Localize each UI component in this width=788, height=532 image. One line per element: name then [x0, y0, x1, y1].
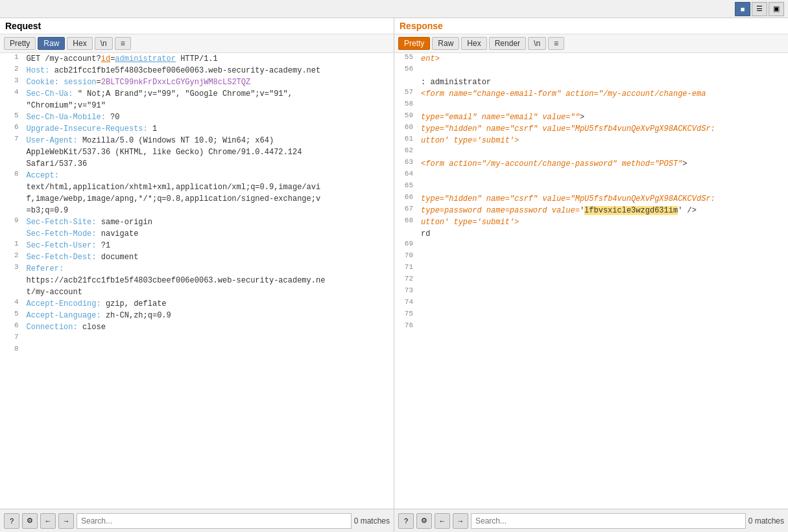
response-line-69: 69 [394, 240, 788, 251]
request-line-8: 8 Accept: text/html,application/xhtml+xm… [0, 170, 394, 216]
response-code-area[interactable]: 55 ent> 56 : administrator 57 <form name… [394, 53, 788, 509]
request-search-input[interactable] [77, 513, 352, 529]
response-search-input[interactable] [471, 513, 746, 529]
request-line-14: 4 Accept-Encoding: gzip, deflate [0, 298, 394, 310]
response-line-admin: : administrator [394, 76, 788, 88]
response-line-70: 70 [394, 251, 788, 263]
request-settings-btn[interactable]: ⚙ [22, 513, 38, 529]
request-line-17: 7 [0, 333, 394, 345]
request-lines: 1 GET /my-account?id=administrator HTTP/… [0, 53, 394, 356]
response-pretty-btn[interactable]: Pretty [398, 37, 430, 50]
response-line-58: 58 [394, 100, 788, 111]
top-toolbar: ■ ☰ ▣ [0, 0, 788, 18]
response-line-66: 66 type="hidden" name="csrf" value="MpU5… [394, 193, 788, 205]
request-line-5: 5 Sec-Ch-Ua-Mobile: ?0 [0, 111, 394, 123]
grid-view-button[interactable]: ■ [735, 2, 750, 16]
response-line-59: 59 type="email" name="email" value=""> [394, 111, 788, 123]
request-help-btn[interactable]: ? [4, 513, 19, 529]
response-line-73: 73 [394, 286, 788, 298]
response-raw-btn[interactable]: Raw [432, 37, 459, 50]
response-line-68: 68 utton' type='submit'> [394, 216, 788, 228]
request-line-4: 4 Sec-Ch-Ua: " Not;A Brand";v="99", "Goo… [0, 88, 394, 111]
response-bottom-bar: ? ⚙ ← → 0 matches [394, 509, 788, 532]
response-line-72: 72 [394, 275, 788, 286]
request-line-1: 1 GET /my-account?id=administrator HTTP/… [0, 53, 394, 65]
request-title: Request [0, 18, 394, 34]
response-panel: Response Pretty Raw Hex Render \n ≡ 55 e… [394, 18, 788, 532]
layout-button[interactable]: ▣ [769, 2, 784, 16]
request-prev-btn[interactable]: ← [40, 513, 56, 529]
response-match-count: 0 matches [748, 516, 784, 526]
response-title: Response [394, 18, 788, 34]
response-line-64: 64 [394, 170, 788, 181]
request-line-9: 9 Sec-Fetch-Site: same-origin [0, 216, 394, 228]
request-line-10: Sec-Fetch-Mode: navigate [0, 228, 394, 240]
request-bottom-bar: ? ⚙ ← → 0 matches [0, 509, 394, 532]
list-view-button[interactable]: ☰ [752, 2, 767, 16]
request-code-area[interactable]: 1 GET /my-account?id=administrator HTTP/… [0, 53, 394, 509]
request-line-7: 7 User-Agent: Mozilla/5.0 (Windows NT 10… [0, 135, 394, 170]
request-line-18: 8 [0, 345, 394, 356]
main-content: Request Pretty Raw Hex \n ≡ 1 GET /my-ac… [0, 18, 788, 532]
request-line-3: 3 Cookie: session=2BLTC99nkFrDxxLcGYGynj… [0, 76, 394, 88]
response-settings-btn[interactable]: ⚙ [416, 513, 432, 529]
response-line-rd: rd [394, 228, 788, 240]
response-line-71: 71 [394, 263, 788, 275]
response-line-60: 60 type="hidden" name="csrf" value="MpU5… [394, 123, 788, 135]
response-format-bar: Pretty Raw Hex Render \n ≡ [394, 34, 788, 53]
response-next-btn[interactable]: → [453, 513, 468, 529]
response-prev-btn[interactable]: ← [435, 513, 450, 529]
request-menu-btn[interactable]: ≡ [115, 37, 131, 50]
request-next-btn[interactable]: → [58, 513, 74, 529]
request-hex-btn[interactable]: Hex [67, 37, 92, 50]
request-raw-btn[interactable]: Raw [38, 37, 65, 50]
request-line-6: 6 Upgrade-Insecure-Requests: 1 [0, 123, 394, 135]
request-line-15: 5 Accept-Language: zh-CN,zh;q=0.9 [0, 310, 394, 321]
response-lines: 55 ent> 56 : administrator 57 <form name… [394, 53, 788, 333]
response-menu-btn[interactable]: ≡ [548, 37, 564, 50]
request-pretty-btn[interactable]: Pretty [4, 37, 36, 50]
response-line-55: 55 ent> [394, 53, 788, 65]
response-line-62: 62 [394, 146, 788, 158]
response-line-74: 74 [394, 298, 788, 310]
request-line-13: 3 Referer: https://acb21fcc1fb1e5f4803cb… [0, 263, 394, 298]
response-line-63: 63 <form action="/my-account/change-pass… [394, 158, 788, 170]
request-line-11: 1 Sec-Fetch-User: ?1 [0, 240, 394, 251]
request-line-16: 6 Connection: close [0, 321, 394, 333]
response-hex-btn[interactable]: Hex [461, 37, 486, 50]
response-render-btn[interactable]: Render [489, 37, 526, 50]
response-line-56: 56 [394, 65, 788, 76]
request-line-2: 2 Host: acb21fcc1fb1e5f4803cbeef006e0063… [0, 65, 394, 76]
response-line-57: 57 <form name="change-email-form" action… [394, 88, 788, 100]
response-line-75: 75 [394, 310, 788, 321]
response-line-61: 61 utton' type='submit'> [394, 135, 788, 146]
response-line-76: 76 [394, 321, 788, 333]
response-line-67: 67 type=password name=password value='lf… [394, 205, 788, 216]
request-newline-btn[interactable]: \n [95, 37, 113, 50]
response-help-btn[interactable]: ? [398, 513, 414, 529]
response-newline-btn[interactable]: \n [528, 37, 546, 50]
request-format-bar: Pretty Raw Hex \n ≡ [0, 34, 394, 53]
request-line-12: 2 Sec-Fetch-Dest: document [0, 251, 394, 263]
request-panel: Request Pretty Raw Hex \n ≡ 1 GET /my-ac… [0, 18, 394, 532]
response-line-65: 65 [394, 181, 788, 193]
request-match-count: 0 matches [354, 516, 390, 526]
